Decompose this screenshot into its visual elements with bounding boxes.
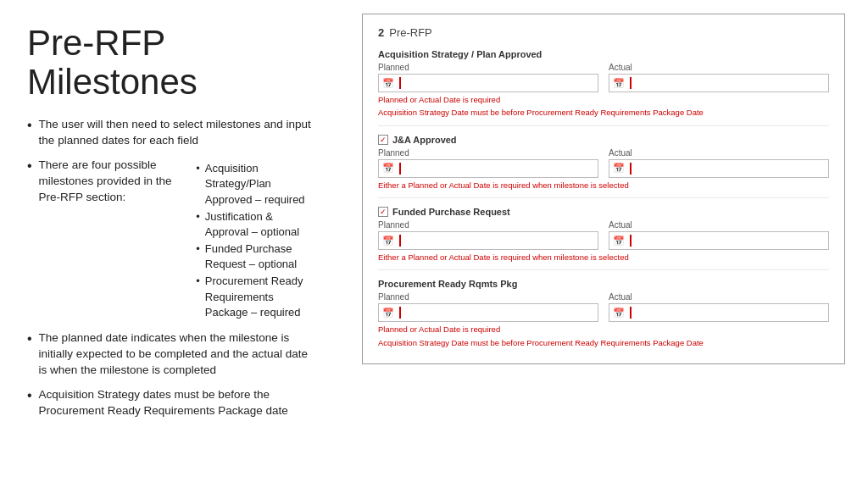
actual-label: Actual [609, 148, 829, 158]
planned-actual-row: Planned📅Actual📅 [378, 63, 829, 92]
planned-actual-row: Planned📅Actual📅 [378, 148, 829, 178]
bullet-item: The planned date indicates when the mile… [27, 330, 312, 379]
page-title: Pre-RFP Milestones [27, 24, 312, 102]
form-card: 2 Pre-RFP Acquisition Strategy / Plan Ap… [362, 14, 845, 364]
planned-date-group: Planned📅 [378, 63, 598, 92]
bullet-item: The user will then need to select milest… [27, 117, 312, 149]
actual-date-input-wrapper[interactable]: 📅 [609, 74, 829, 92]
milestone-row: J&A ApprovedPlanned📅Actual📅Either a Plan… [378, 135, 829, 198]
planned-label: Planned [378, 148, 598, 158]
error-message: Planned or Actual Date is required [378, 324, 829, 335]
section-title: Pre-RFP [389, 26, 432, 39]
date-input-bar [630, 235, 825, 247]
date-input-bar [399, 163, 594, 175]
calendar-icon: 📅 [382, 236, 394, 247]
error-message: Either a Planned or Actual Date is requi… [378, 180, 829, 191]
planned-date-group: Planned📅 [378, 292, 598, 322]
actual-date-input-wrapper[interactable]: 📅 [609, 231, 829, 250]
date-input-bar [399, 307, 594, 319]
milestone-title: Funded Purchase Request [392, 207, 510, 217]
milestone-title: J&A Approved [392, 135, 457, 145]
section-num: 2 [378, 26, 384, 39]
error-message: Acquisition Strategy Date must be before… [378, 108, 829, 118]
planned-label: Planned [378, 220, 598, 230]
bullet-list: The user will then need to select milest… [27, 117, 312, 419]
milestone-row: Funded Purchase RequestPlanned📅Actual📅Ei… [378, 207, 829, 270]
sub-bullet-text: Funded Purchase Request – optional [205, 241, 312, 272]
actual-date-group: Actual📅 [609, 292, 829, 322]
milestone-row: Acquisition Strategy / Plan ApprovedPlan… [378, 49, 829, 126]
form-header: 2 Pre-RFP [378, 26, 829, 39]
calendar-icon: 📅 [613, 163, 625, 174]
error-message: Planned or Actual Date is required [378, 95, 829, 105]
sub-bullet-text: Procurement Ready Requirements Package –… [205, 274, 312, 320]
planned-date-group: Planned📅 [378, 148, 598, 178]
planned-actual-row: Planned📅Actual📅 [378, 220, 829, 250]
calendar-icon: 📅 [613, 78, 625, 89]
milestone-title: Acquisition Strategy / Plan Approved [378, 49, 542, 59]
milestone-label-row: Acquisition Strategy / Plan Approved [378, 49, 829, 59]
milestone-checkbox[interactable] [378, 207, 388, 217]
sub-bullet-item: Acquisition Strategy/Plan Approved – req… [196, 161, 312, 208]
calendar-icon: 📅 [382, 163, 394, 174]
sub-bullet-text: Acquisition Strategy/Plan Approved – req… [205, 161, 312, 208]
sub-bullet-item: Funded Purchase Request – optional [196, 241, 312, 272]
milestone-row: Procurement Ready Rqmts PkgPlanned📅Actua… [378, 279, 829, 355]
planned-date-input-wrapper[interactable]: 📅 [378, 74, 598, 92]
actual-date-group: Actual📅 [609, 148, 829, 178]
planned-date-input-wrapper[interactable]: 📅 [378, 231, 598, 250]
actual-label: Actual [609, 292, 829, 302]
planned-date-input-wrapper[interactable]: 📅 [378, 159, 598, 178]
sub-bullet-text: Justification & Approval – optional [205, 209, 312, 240]
milestone-label-row: Funded Purchase Request [378, 207, 829, 217]
bullet-item: Acquisition Strategy dates must be befor… [27, 387, 312, 419]
error-message: Acquisition Strategy Date must be before… [378, 338, 829, 348]
bullet-item: There are four possible milestones provi… [27, 158, 312, 322]
actual-date-input-wrapper[interactable]: 📅 [609, 159, 829, 178]
date-input-bar [630, 77, 825, 89]
actual-date-group: Actual📅 [609, 220, 829, 250]
date-input-bar [630, 163, 825, 175]
calendar-icon: 📅 [613, 308, 625, 319]
calendar-icon: 📅 [613, 236, 625, 247]
milestone-label-row: Procurement Ready Rqmts Pkg [378, 279, 829, 289]
sub-bullet-item: Procurement Ready Requirements Package –… [196, 274, 312, 320]
actual-label: Actual [609, 220, 829, 230]
milestone-title: Procurement Ready Rqmts Pkg [378, 279, 517, 289]
planned-date-input-wrapper[interactable]: 📅 [378, 303, 598, 322]
date-input-bar [399, 77, 594, 89]
calendar-icon: 📅 [382, 78, 394, 89]
date-input-bar [399, 235, 594, 247]
bullet-text: There are four possible milestones provi… [39, 158, 183, 206]
planned-label: Planned [378, 292, 598, 302]
sub-list: Acquisition Strategy/Plan Approved – req… [182, 161, 312, 322]
bullet-text: The user will then need to select milest… [39, 117, 312, 149]
planned-label: Planned [378, 63, 598, 72]
planned-actual-row: Planned📅Actual📅 [378, 292, 829, 322]
planned-date-group: Planned📅 [378, 220, 598, 250]
actual-date-input-wrapper[interactable]: 📅 [609, 303, 829, 322]
right-panel: 2 Pre-RFP Acquisition Strategy / Plan Ap… [339, 0, 868, 488]
milestones-container: Acquisition Strategy / Plan ApprovedPlan… [378, 49, 829, 355]
bullet-text: Acquisition Strategy dates must be befor… [39, 387, 312, 419]
bullet-text: The planned date indicates when the mile… [39, 330, 312, 379]
left-panel: Pre-RFP Milestones The user will then ne… [0, 0, 339, 488]
calendar-icon: 📅 [382, 308, 394, 319]
actual-label: Actual [609, 63, 829, 72]
sub-bullet-item: Justification & Approval – optional [196, 209, 312, 240]
error-message: Either a Planned or Actual Date is requi… [378, 252, 829, 263]
milestone-checkbox[interactable] [378, 135, 388, 145]
date-input-bar [630, 307, 825, 319]
actual-date-group: Actual📅 [609, 63, 829, 92]
milestone-label-row: J&A Approved [378, 135, 829, 145]
